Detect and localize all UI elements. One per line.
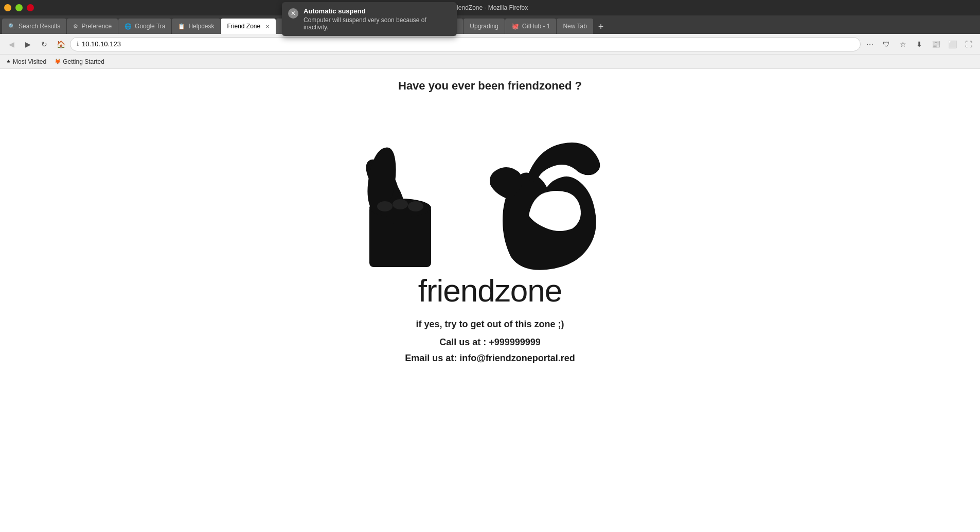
notification-close-button[interactable]: ✕ bbox=[288, 8, 298, 19]
tab-friendzone[interactable]: Friend Zone ✕ bbox=[221, 19, 276, 34]
page-content: Have you ever been friendzoned ? bbox=[0, 69, 980, 532]
notification-text: Computer will suspend very soon because … bbox=[304, 16, 451, 31]
sidebar-icon: ⬜ bbox=[948, 40, 957, 48]
tab-newtab[interactable]: New Tab bbox=[557, 19, 593, 34]
most-visited-icon: ★ bbox=[6, 59, 11, 64]
friendzone-image: friendzone bbox=[344, 103, 637, 309]
tab-friendzone-close[interactable]: ✕ bbox=[265, 24, 270, 29]
tab-helpdesk[interactable]: 📋 Helpdesk bbox=[172, 19, 220, 34]
subtext: if yes, try to get out of this zone ;) bbox=[416, 319, 564, 330]
tab-github-icon: 🐙 bbox=[511, 23, 519, 30]
minimize-button[interactable] bbox=[4, 4, 11, 11]
address-bar[interactable]: ℹ bbox=[70, 37, 861, 51]
svg-point-6 bbox=[393, 199, 408, 209]
maximize-button[interactable] bbox=[15, 4, 23, 11]
reader-view-icon: 📰 bbox=[932, 40, 940, 48]
main-heading: Have you ever been friendzoned ? bbox=[398, 79, 582, 93]
reload-button[interactable]: ↻ bbox=[37, 37, 51, 51]
notification-popup: ✕ Automatic suspend Computer will suspen… bbox=[282, 2, 457, 36]
home-icon: 🏠 bbox=[57, 40, 65, 48]
shield-button[interactable]: 🛡 bbox=[879, 37, 894, 51]
menu-icon: ⋯ bbox=[866, 40, 874, 48]
tab-preference[interactable]: ⚙ Preference bbox=[67, 19, 118, 34]
tabbar: 🔍 Search Results ⚙ Preference 🌐 Google T… bbox=[0, 15, 980, 34]
new-tab-button[interactable]: + bbox=[594, 20, 608, 34]
contact-phone: Call us at : +999999999 bbox=[439, 337, 541, 348]
window-title: FriendZone - Mozilla Firefox bbox=[34, 4, 945, 11]
search-tab-icon: 🔍 bbox=[8, 23, 15, 30]
fullscreen-button[interactable]: ⛶ bbox=[961, 37, 976, 51]
hands-illustration bbox=[344, 118, 637, 277]
forward-icon: ▶ bbox=[25, 40, 31, 48]
menu-button[interactable]: ⋯ bbox=[863, 37, 877, 51]
svg-point-7 bbox=[408, 201, 423, 211]
insecure-icon: ℹ bbox=[77, 41, 79, 47]
titlebar-controls[interactable] bbox=[4, 4, 34, 11]
bookmarks-bar: ★ Most Visited 🦊 Getting Started bbox=[0, 55, 980, 69]
bookmark-getting-started[interactable]: 🦊 Getting Started bbox=[52, 57, 106, 66]
google-tab-icon: 🌐 bbox=[124, 23, 132, 30]
toolbar-right: ⋯ 🛡 ☆ ⬇ 📰 ⬜ ⛶ bbox=[863, 37, 976, 51]
preference-tab-icon: ⚙ bbox=[73, 23, 78, 30]
back-button[interactable]: ◀ bbox=[4, 37, 19, 51]
getting-started-icon: 🦊 bbox=[55, 59, 61, 64]
tab-google-label: Google Tra bbox=[135, 23, 165, 30]
contact-email: Email us at: info@friendzoneportal.red bbox=[405, 353, 575, 364]
back-icon: ◀ bbox=[9, 40, 14, 48]
bookmark-star-icon: ☆ bbox=[900, 40, 906, 48]
tab-newtab-label: New Tab bbox=[563, 23, 586, 30]
tab-helpdesk-label: Helpdesk bbox=[188, 23, 214, 30]
notification-content: Automatic suspend Computer will suspend … bbox=[304, 7, 451, 31]
tab-github-label: GitHub - 1 bbox=[522, 23, 550, 30]
tab-github[interactable]: 🐙 GitHub - 1 bbox=[505, 19, 557, 34]
url-input[interactable] bbox=[82, 40, 854, 48]
reload-icon: ↻ bbox=[41, 40, 47, 48]
tab-search[interactable]: 🔍 Search Results bbox=[2, 19, 66, 34]
titlebar: FriendZone - Mozilla Firefox bbox=[0, 0, 980, 15]
close-button[interactable] bbox=[27, 4, 34, 11]
toolbar: ◀ ▶ ↻ 🏠 ℹ ⋯ 🛡 ☆ ⬇ 📰 ⬜ ⛶ bbox=[0, 34, 980, 55]
download-icon: ⬇ bbox=[916, 40, 922, 48]
most-visited-label: Most Visited bbox=[13, 58, 46, 65]
friendzone-brand: friendzone bbox=[418, 272, 562, 309]
home-button[interactable]: 🏠 bbox=[54, 37, 68, 51]
tab-google[interactable]: 🌐 Google Tra bbox=[118, 19, 171, 34]
tab-upgrading[interactable]: Upgrading bbox=[464, 19, 504, 34]
getting-started-label: Getting Started bbox=[63, 58, 104, 65]
bookmark-star-button[interactable]: ☆ bbox=[896, 37, 910, 51]
tab-friendzone-label: Friend Zone bbox=[227, 23, 260, 30]
notification-title: Automatic suspend bbox=[304, 7, 451, 15]
tab-search-label: Search Results bbox=[19, 23, 60, 30]
tab-preference-label: Preference bbox=[81, 23, 112, 30]
svg-point-5 bbox=[377, 201, 393, 211]
reader-view-button[interactable]: 📰 bbox=[929, 37, 943, 51]
helpdesk-tab-icon: 📋 bbox=[178, 23, 185, 30]
forward-button[interactable]: ▶ bbox=[21, 37, 35, 51]
bookmark-most-visited[interactable]: ★ Most Visited bbox=[4, 57, 48, 66]
download-button[interactable]: ⬇ bbox=[912, 37, 926, 51]
sidebar-toggle-button[interactable]: ⬜ bbox=[945, 37, 959, 51]
fullscreen-icon: ⛶ bbox=[965, 40, 972, 48]
shield-icon: 🛡 bbox=[883, 40, 890, 48]
tab-upgrading-label: Upgrading bbox=[470, 23, 498, 30]
